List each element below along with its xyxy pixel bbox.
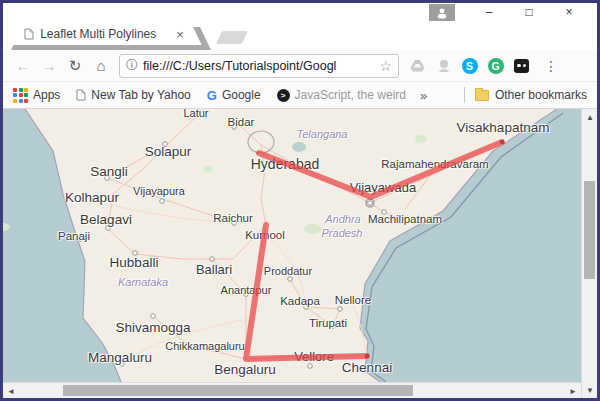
browser-window: – □ × Leaflet Multi Polylines × ← → ↻ ⌂ … bbox=[0, 0, 600, 401]
map-base-layer bbox=[3, 109, 581, 382]
grammarly-icon[interactable]: G bbox=[487, 57, 504, 74]
address-bar[interactable]: ⓘ file:///C:/Users/Tutorialspoint/Googl … bbox=[119, 54, 399, 78]
horizontal-scroll-thumb[interactable] bbox=[63, 385, 413, 396]
town-dot bbox=[186, 343, 191, 348]
town-dot bbox=[160, 199, 165, 204]
extensions-row: S G ⋮ bbox=[409, 57, 563, 74]
town-dot bbox=[151, 314, 156, 319]
folder-icon bbox=[475, 90, 489, 101]
bookmark-javascript-label: JavaScript, the weird bbox=[295, 88, 406, 102]
town-dot bbox=[331, 324, 336, 329]
town-dot bbox=[106, 226, 111, 231]
active-tab-inner[interactable]: Leaflet Multi Polylines × bbox=[4, 23, 202, 45]
toolbar: ← → ↻ ⌂ ⓘ file:///C:/Users/Tutorialspoin… bbox=[3, 50, 597, 82]
google-g-icon: G bbox=[207, 88, 217, 103]
scroll-down-icon[interactable]: ▼ bbox=[582, 382, 598, 398]
url-text[interactable]: file:///C:/Users/Tutorialspoint/Googl bbox=[143, 59, 374, 73]
bookmark-yahoo[interactable]: New Tab by Yahoo bbox=[76, 88, 190, 102]
tab-close-icon[interactable]: × bbox=[174, 27, 186, 42]
user-icon bbox=[436, 7, 448, 19]
scroll-up-icon[interactable]: ▲ bbox=[582, 109, 598, 125]
page-info-icon[interactable]: ⓘ bbox=[126, 57, 138, 74]
bookmarks-separator bbox=[464, 87, 465, 103]
bookmark-google[interactable]: G Google bbox=[207, 88, 261, 103]
minimize-button[interactable]: – bbox=[469, 4, 509, 21]
bookmarks-bar: Apps New Tab by Yahoo G Google > JavaScr… bbox=[3, 82, 597, 109]
home-icon[interactable]: ⌂ bbox=[89, 57, 113, 74]
town-dot bbox=[288, 277, 293, 282]
vertical-scroll-thumb[interactable] bbox=[584, 181, 595, 279]
chrome-menu-icon[interactable]: ⋮ bbox=[539, 58, 563, 74]
page-favicon-icon bbox=[24, 28, 34, 40]
town-dot bbox=[163, 142, 168, 147]
town-dot bbox=[244, 292, 249, 297]
vertical-scrollbar[interactable]: ▲ ▼ bbox=[581, 109, 597, 398]
back-icon[interactable]: ← bbox=[11, 57, 35, 74]
town-dot bbox=[79, 237, 84, 242]
town-dot bbox=[382, 210, 387, 215]
drive-icon[interactable] bbox=[409, 57, 426, 74]
js-console-icon: > bbox=[277, 89, 290, 102]
tab-title: Leaflet Multi Polylines bbox=[40, 27, 168, 41]
bookmark-yahoo-label: New Tab by Yahoo bbox=[91, 88, 190, 102]
leaflet-map[interactable]: LaturBidarSolapurSangliVijayapuraKolhapu… bbox=[3, 109, 581, 382]
town-dot bbox=[120, 362, 125, 367]
apps-label: Apps bbox=[33, 88, 60, 102]
profile-button[interactable] bbox=[429, 4, 455, 21]
town-dot bbox=[304, 305, 309, 310]
scroll-left-icon[interactable]: ◄ bbox=[3, 383, 19, 399]
page-icon bbox=[76, 89, 86, 101]
close-button[interactable]: × bbox=[549, 4, 589, 21]
town-dot bbox=[232, 221, 237, 226]
skype-icon[interactable]: S bbox=[461, 57, 478, 74]
bookmarks-overflow-icon[interactable]: » bbox=[420, 88, 427, 103]
maximize-button[interactable]: □ bbox=[509, 4, 549, 21]
bookmark-google-label: Google bbox=[222, 88, 261, 102]
town-dot bbox=[210, 257, 215, 262]
tab-strip: Leaflet Multi Polylines × bbox=[3, 22, 597, 50]
bookmark-javascript[interactable]: > JavaScript, the weird bbox=[277, 88, 406, 102]
town-dot bbox=[105, 176, 110, 181]
town-dot bbox=[338, 307, 343, 312]
dark-extension-icon[interactable] bbox=[513, 57, 530, 74]
apps-shortcut[interactable]: Apps bbox=[13, 88, 60, 103]
new-tab-button[interactable] bbox=[216, 31, 248, 44]
town-dot bbox=[308, 364, 313, 369]
other-bookmarks-label[interactable]: Other bookmarks bbox=[495, 88, 587, 102]
gray-extension-icon[interactable] bbox=[435, 57, 452, 74]
town-dot bbox=[368, 201, 373, 206]
horizontal-scrollbar[interactable]: ◄ ► bbox=[3, 382, 581, 398]
refresh-icon[interactable]: ↻ bbox=[63, 57, 87, 75]
town-dot bbox=[133, 251, 138, 256]
bookmark-star-icon[interactable]: ☆ bbox=[379, 58, 392, 74]
town-dot bbox=[232, 125, 237, 130]
scroll-right-icon[interactable]: ► bbox=[565, 383, 581, 399]
forward-icon[interactable]: → bbox=[37, 57, 61, 74]
title-bar: – □ × bbox=[3, 3, 597, 22]
apps-grid-icon bbox=[13, 88, 28, 103]
map-region: LaturBidarSolapurSangliVijayapuraKolhapu… bbox=[3, 109, 597, 398]
